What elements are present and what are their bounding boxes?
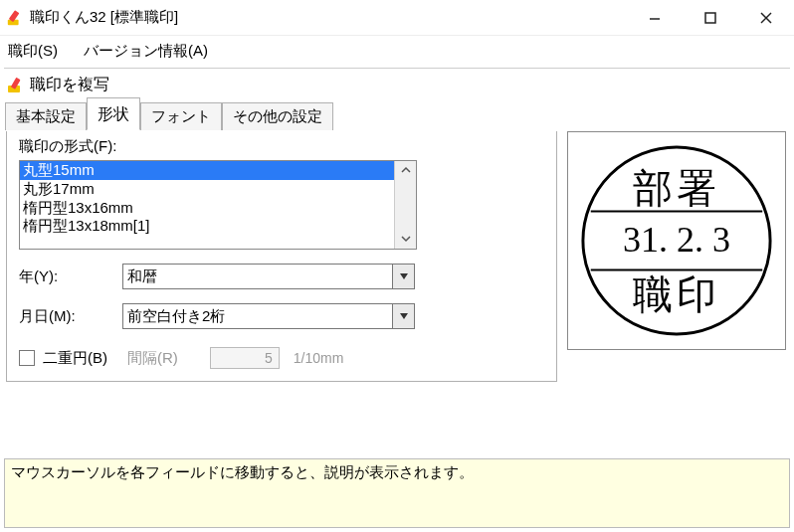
stamp-preview: 部署 31. 2. 3 職印 [567,131,786,350]
monthday-row: 月日(M): 前空白付き2桁 [19,303,546,329]
monthday-combo-value: 前空白付き2桁 [127,307,225,326]
stamp-graphic: 部署 31. 2. 3 職印 [579,143,774,338]
listbox-scrollbar[interactable] [394,161,416,249]
year-label: 年(Y): [19,267,122,286]
menu-about[interactable]: バージョン情報(A) [80,38,212,65]
tab-font[interactable]: フォント [140,102,222,130]
tab-strip: 基本設定 形状 フォント その他の設定 [5,100,557,130]
tab-basic[interactable]: 基本設定 [5,102,87,130]
page-heading-text: 職印を複写 [30,75,109,95]
tab-other[interactable]: その他の設定 [222,102,333,130]
year-row: 年(Y): 和暦 [19,264,546,289]
double-circle-row: 二重円(B) 間隔(R) 5 1/10mm [19,347,546,369]
menu-separator [4,68,790,69]
title-bar: 職印くん32 [標準職印] [0,0,794,36]
menu-seal[interactable]: 職印(S) [4,38,62,65]
list-item[interactable]: 楕円型13x16mm [20,199,394,218]
list-item[interactable]: 楕円型13x18mm[1] [20,217,394,236]
app-icon [6,9,24,27]
hint-text: マウスカーソルを各フィールドに移動すると、説明が表示されます。 [11,463,474,480]
double-circle-checkbox[interactable] [19,350,35,366]
scroll-up-icon[interactable] [401,161,411,180]
list-item[interactable]: 丸形17mm [20,180,394,199]
list-item[interactable]: 丸型15mm [20,161,394,180]
gap-input: 5 [210,347,280,369]
window-buttons [627,0,794,36]
gap-unit: 1/10mm [294,350,344,366]
window-title: 職印くん32 [標準職印] [30,8,178,27]
left-panel-wrap: 基本設定 形状 フォント その他の設定 職印の形式(F): 丸型15mm 丸形1… [6,101,557,382]
svg-marker-8 [400,273,408,279]
svg-marker-9 [400,313,408,319]
hint-bar: マウスカーソルを各フィールドに移動すると、説明が表示されます。 [4,458,790,528]
tab-shape[interactable]: 形状 [87,97,140,130]
left-panel: 職印の形式(F): 丸型15mm 丸形17mm 楕円型13x16mm 楕円型13… [6,131,557,382]
stamp-bottom-text: 職印 [579,267,774,322]
minimize-button[interactable] [627,0,683,36]
format-listbox[interactable]: 丸型15mm 丸形17mm 楕円型13x16mm 楕円型13x18mm[1] [19,160,417,250]
chevron-down-icon[interactable] [392,265,414,288]
copy-stamp-icon [6,76,26,95]
stamp-top-text: 部署 [579,161,774,216]
double-circle-label: 二重円(B) [43,349,107,368]
maximize-button[interactable] [683,0,738,36]
svg-rect-3 [705,13,715,23]
format-list-items: 丸型15mm 丸形17mm 楕円型13x16mm 楕円型13x18mm[1] [20,161,394,249]
year-combo[interactable]: 和暦 [122,264,415,289]
monthday-combo[interactable]: 前空白付き2桁 [122,303,415,329]
monthday-label: 月日(M): [19,307,122,326]
year-combo-value: 和暦 [127,267,157,286]
format-label: 職印の形式(F): [19,137,546,156]
scroll-down-icon[interactable] [401,230,411,249]
main-area: 基本設定 形状 フォント その他の設定 職印の形式(F): 丸型15mm 丸形1… [0,101,794,382]
gap-label: 間隔(R) [127,349,178,368]
close-button[interactable] [738,0,794,36]
chevron-down-icon[interactable] [392,304,414,328]
stamp-mid-text: 31. 2. 3 [579,219,774,261]
menu-bar: 職印(S) バージョン情報(A) [0,36,794,66]
